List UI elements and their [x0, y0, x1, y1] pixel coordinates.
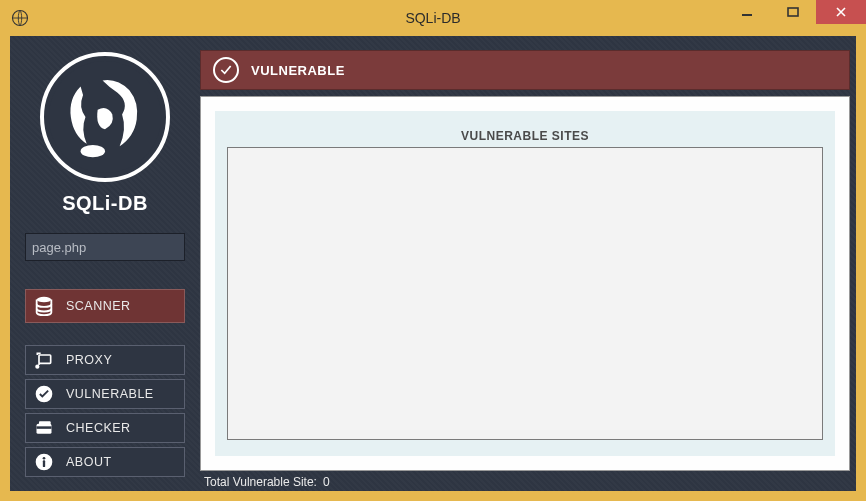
content-inner: VULNERABLE SITES	[215, 111, 835, 456]
svg-rect-2	[788, 8, 798, 16]
svg-rect-12	[37, 426, 52, 429]
card-icon	[32, 416, 56, 440]
svg-rect-1	[742, 14, 752, 16]
window-controls	[724, 0, 866, 28]
proxy-icon	[32, 348, 56, 372]
check-circle-icon	[213, 57, 239, 83]
section-header: VULNERABLE	[200, 50, 850, 90]
nav-checker[interactable]: CHECKER	[25, 413, 185, 443]
search-input[interactable]	[26, 240, 206, 255]
info-icon	[32, 450, 56, 474]
nav-label: PROXY	[66, 353, 112, 367]
globe-icon	[44, 56, 166, 178]
svg-point-15	[43, 457, 46, 460]
panel-title: VULNERABLE SITES	[227, 129, 823, 143]
content-panel: VULNERABLE SITES	[200, 96, 850, 471]
svg-point-7	[37, 297, 52, 303]
database-icon	[32, 294, 56, 318]
client-area: SQLi-DB SCANNER	[10, 36, 856, 491]
nav-label: CHECKER	[66, 421, 131, 435]
app-window: SQLi-DB SQLi-DB	[0, 0, 866, 501]
nav-label: ABOUT	[66, 455, 112, 469]
check-circle-icon	[32, 382, 56, 406]
app-name-label: SQLi-DB	[62, 192, 148, 215]
close-button[interactable]	[816, 0, 866, 24]
titlebar[interactable]: SQLi-DB	[0, 0, 866, 36]
main-area: VULNERABLE VULNERABLE SITES Total Vulner…	[200, 36, 856, 491]
nav-secondary-group: PROXY VULNERABLE CHECKER	[25, 345, 185, 477]
nav-about[interactable]: ABOUT	[25, 447, 185, 477]
nav-primary-group: SCANNER	[25, 289, 185, 323]
maximize-button[interactable]	[770, 0, 816, 24]
nav-label: VULNERABLE	[66, 387, 154, 401]
nav-vulnerable[interactable]: VULNERABLE	[25, 379, 185, 409]
svg-rect-16	[43, 460, 45, 467]
vulnerable-sites-list[interactable]	[227, 147, 823, 440]
app-icon	[10, 8, 30, 28]
logo	[40, 52, 170, 182]
status-bar: Total Vulnerable Site: 0	[200, 473, 850, 491]
svg-point-9	[35, 365, 39, 369]
status-count: 0	[323, 475, 330, 489]
minimize-button[interactable]	[724, 0, 770, 24]
sidebar: SQLi-DB SCANNER	[10, 36, 200, 491]
svg-rect-11	[37, 424, 52, 434]
nav-label: SCANNER	[66, 299, 131, 313]
nav-scanner[interactable]: SCANNER	[25, 289, 185, 323]
section-header-label: VULNERABLE	[251, 63, 345, 78]
status-label: Total Vulnerable Site:	[204, 475, 317, 489]
search-box	[25, 233, 185, 261]
svg-rect-8	[39, 355, 51, 363]
nav-proxy[interactable]: PROXY	[25, 345, 185, 375]
svg-rect-13	[39, 421, 51, 424]
svg-point-4	[81, 145, 105, 157]
